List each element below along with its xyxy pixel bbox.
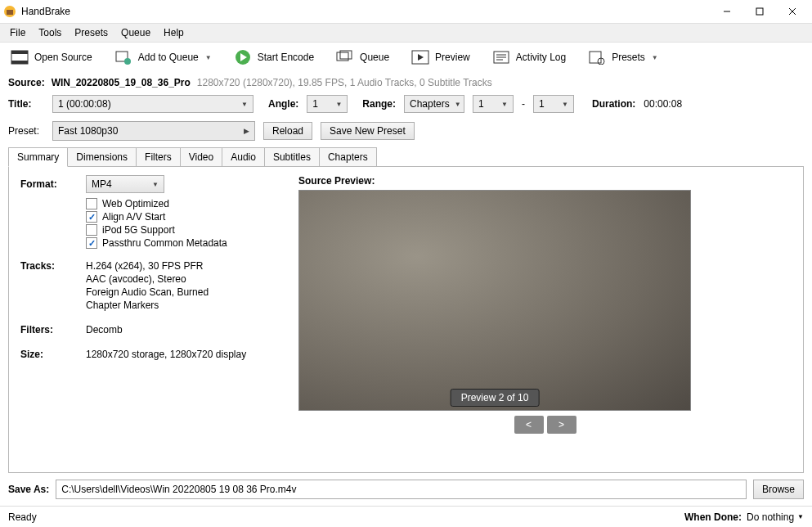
presets-button[interactable]: Presets ▼ — [582, 47, 663, 67]
web-optimized-label: Web Optimized — [102, 198, 169, 209]
chevron-down-icon: ▼ — [205, 54, 212, 61]
web-optimized-checkbox[interactable]: Web Optimized — [86, 198, 282, 209]
tab-dimensions[interactable]: Dimensions — [67, 147, 137, 167]
save-as-row: Save As: C:\Users\dell\Videos\Win 202208… — [0, 473, 812, 506]
track-line: H.264 (x264), 30 FPS PFR — [86, 260, 282, 272]
tracks-label: Tracks: — [20, 260, 86, 313]
queue-add-icon — [114, 49, 133, 65]
save-as-label: Save As: — [8, 484, 49, 495]
presets-label: Presets — [612, 52, 645, 63]
ipod-label: iPod 5G Support — [102, 224, 175, 236]
start-encode-label: Start Encode — [258, 52, 314, 63]
source-label: Source: — [8, 77, 45, 88]
preset-select[interactable]: Fast 1080p30▶ — [52, 121, 255, 141]
svg-rect-8 — [11, 61, 28, 64]
browse-button[interactable]: Browse — [753, 480, 804, 499]
track-line: Chapter Markers — [86, 300, 282, 311]
checkbox-icon — [86, 224, 97, 236]
menu-tools[interactable]: Tools — [32, 24, 68, 42]
menu-file[interactable]: File — [3, 24, 32, 42]
title-select[interactable]: 1 (00:00:08)▼ — [52, 95, 253, 113]
preview-counter-badge: Preview 2 of 10 — [451, 389, 540, 407]
menu-presets[interactable]: Presets — [68, 24, 114, 42]
add-to-queue-button[interactable]: Add to Queue ▼ — [109, 47, 217, 67]
reload-button[interactable]: Reload — [263, 122, 312, 140]
range-from-select[interactable]: 1▼ — [473, 95, 514, 113]
status-text: Ready — [8, 511, 37, 523]
checkbox-checked-icon — [86, 211, 97, 223]
film-icon — [10, 49, 29, 65]
log-icon — [491, 49, 511, 65]
status-bar: Ready When Done: Do nothing▼ — [0, 506, 812, 527]
preset-label: Preset: — [8, 125, 44, 137]
chevron-down-icon: ▼ — [797, 513, 804, 520]
passthru-checkbox[interactable]: Passthru Common Metadata — [86, 237, 282, 249]
summary-left: Format: MP4▼ Web Optimized Align A/V Sta… — [20, 175, 282, 464]
duration-value: 00:00:08 — [644, 98, 682, 110]
queue-button[interactable]: Queue — [330, 47, 394, 67]
start-encode-button[interactable]: Start Encode — [228, 47, 319, 67]
source-preview-image: Preview 2 of 10 — [298, 190, 691, 411]
angle-label: Angle: — [268, 98, 298, 110]
when-done-label: When Done: — [684, 511, 742, 523]
size-label: Size: — [20, 349, 86, 362]
menu-queue[interactable]: Queue — [114, 24, 157, 42]
close-button[interactable] — [776, 0, 809, 23]
svg-rect-1 — [7, 10, 13, 15]
range-from-value: 1 — [478, 98, 484, 110]
title-row: Title: 1 (00:00:08)▼ Angle: 1▼ Range: Ch… — [0, 92, 812, 116]
chevron-down-icon: ▼ — [455, 101, 461, 108]
preview-next-button[interactable]: > — [547, 416, 576, 434]
chevron-down-icon: ▼ — [501, 101, 508, 108]
preview-icon — [410, 49, 430, 65]
preview-label: Preview — [435, 52, 470, 63]
summary-panel: Format: MP4▼ Web Optimized Align A/V Sta… — [8, 166, 804, 473]
range-to-select[interactable]: 1▼ — [533, 95, 574, 113]
queue-label: Queue — [360, 52, 389, 63]
tab-filters[interactable]: Filters — [136, 147, 181, 167]
chevron-down-icon: ▼ — [335, 101, 342, 108]
format-select[interactable]: MP4▼ — [86, 175, 164, 193]
size-value: 1280x720 storage, 1280x720 display — [86, 349, 282, 360]
maximize-button[interactable] — [743, 0, 776, 23]
title-value: 1 (00:00:08) — [58, 98, 111, 110]
angle-select[interactable]: 1▼ — [307, 95, 348, 113]
when-done-select[interactable]: Do nothing▼ — [747, 511, 804, 523]
tab-audio[interactable]: Audio — [222, 147, 265, 167]
title-label: Title: — [8, 98, 44, 110]
minimize-button[interactable] — [711, 0, 743, 23]
add-to-queue-label: Add to Queue — [138, 52, 199, 63]
range-label: Range: — [362, 98, 396, 110]
menu-help[interactable]: Help — [157, 24, 191, 42]
activity-log-button[interactable]: Activity Log — [487, 47, 571, 67]
format-label: Format: — [20, 178, 86, 190]
tab-summary[interactable]: Summary — [8, 147, 68, 167]
preview-prev-button[interactable]: < — [514, 416, 544, 434]
open-source-button[interactable]: Open Source — [5, 47, 97, 67]
track-line: AAC (avcodec), Stereo — [86, 273, 282, 285]
save-as-input[interactable]: C:\Users\dell\Videos\Win 20220805 19 08 … — [56, 480, 747, 499]
tab-video[interactable]: Video — [180, 147, 222, 167]
source-preview-label: Source Preview: — [298, 175, 792, 187]
range-type-value: Chapters — [410, 98, 450, 110]
filters-label: Filters: — [20, 324, 86, 337]
align-av-checkbox[interactable]: Align A/V Start — [86, 211, 282, 223]
chevron-down-icon: ▼ — [152, 181, 159, 188]
filters-value: Decomb — [86, 324, 282, 336]
tracks-list: H.264 (x264), 30 FPS PFR AAC (avcodec), … — [86, 260, 282, 313]
source-name: WIN_20220805_19_08_36_Pro — [52, 77, 191, 88]
tab-subtitles[interactable]: Subtitles — [264, 147, 320, 167]
tab-bar: Summary Dimensions Filters Video Audio S… — [8, 147, 804, 167]
svg-point-10 — [124, 58, 131, 65]
format-value: MP4 — [92, 178, 112, 190]
save-new-preset-button[interactable]: Save New Preset — [321, 122, 415, 140]
source-row: Source: WIN_20220805_19_08_36_Pro 1280x7… — [0, 72, 812, 92]
angle-value: 1 — [312, 98, 318, 110]
tab-chapters[interactable]: Chapters — [319, 147, 377, 167]
range-type-select[interactable]: Chapters▼ — [404, 95, 464, 113]
preview-button[interactable]: Preview — [406, 47, 475, 67]
ipod-checkbox[interactable]: iPod 5G Support — [86, 224, 282, 236]
checkbox-icon — [86, 198, 97, 209]
svg-rect-21 — [590, 52, 601, 63]
menubar: File Tools Presets Queue Help — [0, 23, 812, 43]
